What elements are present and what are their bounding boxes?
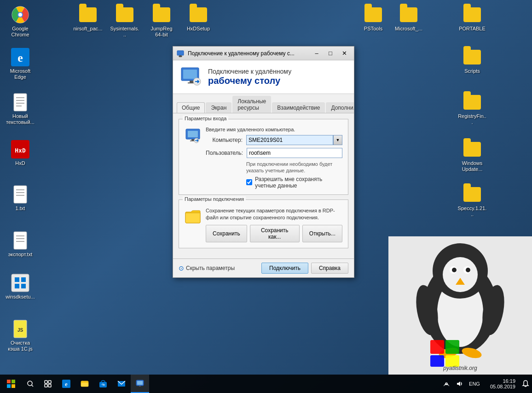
folder-icon — [463, 6, 481, 24]
desktop-icon-jumpreg[interactable]: JumpReg 64-bit — [145, 4, 178, 40]
computer-dropdown-btn[interactable]: ▼ — [333, 135, 342, 145]
svg-rect-79 — [139, 386, 141, 387]
open-button[interactable]: Открыть... — [302, 225, 342, 242]
computer-label: Компьютер: — [206, 137, 243, 143]
desktop-icon-winsdksetup[interactable]: winsdksetu... — [4, 272, 37, 302]
credentials-hint: При подключении необходимо будет указать… — [246, 161, 342, 174]
export-label: экспорт.txt — [8, 252, 33, 258]
desktop-icon-1txt[interactable]: 1.txt — [4, 183, 37, 213]
save-credentials-checkbox[interactable]: Разрешить мне сохранять учетные данные — [246, 176, 342, 189]
sysinternals-label: Sysinternals... — [110, 26, 139, 38]
group-connection: Параметры подключения Сохранение текущих… — [179, 199, 348, 249]
svg-rect-52 — [190, 81, 193, 82]
user-input[interactable] — [247, 148, 342, 158]
svg-rect-44 — [430, 355, 444, 367]
folder-icon — [463, 93, 481, 111]
taskbar-rdp-button[interactable] — [131, 375, 149, 393]
start-button[interactable] — [0, 375, 22, 393]
taskbar-clock[interactable]: 16:19 05.08.2019 — [486, 375, 519, 393]
desktop-icon-portable[interactable]: PORTABLE — [456, 4, 489, 34]
tab-general[interactable]: Общие — [177, 102, 205, 113]
connect-button[interactable]: Подключить — [261, 263, 308, 274]
tab-screen[interactable]: Экран — [206, 102, 231, 113]
conn-desc: Сохранение текущих параметров подключени… — [206, 207, 342, 222]
folder-icon — [189, 6, 208, 24]
computer-row: Компьютер: ▼ — [206, 135, 342, 145]
portable-label: PORTABLE — [459, 26, 486, 32]
svg-rect-56 — [188, 131, 198, 137]
svg-rect-24 — [15, 284, 19, 288]
desktop-icon-microsoft[interactable]: Microsoft_... — [392, 4, 425, 34]
save-checkbox-input[interactable] — [246, 179, 252, 185]
desktop-icon-pstools[interactable]: PSTools — [357, 4, 390, 34]
desktop-icon-clean[interactable]: JS Очистка кэша 1С.js — [4, 318, 37, 354]
desktop-icon-registryfin[interactable]: RegistryFin... — [456, 91, 489, 127]
desktop-icon-windows-update[interactable]: Windows Update... — [456, 138, 489, 174]
svg-rect-49 — [179, 56, 182, 57]
dialog-tabs: Общие Экран Локальные ресурсы Взаимодейс… — [173, 94, 354, 113]
help-button[interactable]: Справка — [311, 263, 348, 274]
volume-icon[interactable] — [453, 375, 465, 393]
clean-label: Очистка кэша 1С.js — [6, 340, 35, 352]
svg-rect-47 — [177, 51, 184, 55]
desktop-icon-hxdsetup[interactable]: HxDSetup — [182, 4, 215, 34]
svg-text:e: e — [17, 51, 23, 65]
svg-rect-23 — [21, 277, 26, 282]
tab-more[interactable]: Дополни... — [326, 102, 354, 113]
svg-rect-63 — [12, 384, 15, 388]
dialog-close-button[interactable]: ✕ — [338, 49, 350, 58]
notification-button[interactable] — [519, 375, 532, 393]
desktop-icon-export[interactable]: экспорт.txt — [4, 229, 37, 259]
svg-rect-66 — [45, 381, 47, 383]
desktop-icon-edge[interactable]: e Microsoft Edge — [4, 46, 37, 82]
taskbar-edge-button[interactable]: e — [57, 375, 75, 393]
folder-rdp-icon — [185, 209, 201, 225]
taskbar-search-button[interactable] — [22, 375, 39, 393]
tab-interaction[interactable]: Взаимодействие — [272, 102, 325, 113]
save-button[interactable]: Сохранить — [206, 225, 247, 242]
svg-point-36 — [466, 268, 470, 272]
svg-rect-69 — [48, 384, 51, 387]
new-text-label: Новый текстовый... — [6, 113, 35, 125]
folder-icon — [463, 185, 481, 204]
desktop-icon-sysinternals[interactable]: Sysinternals... — [108, 4, 141, 40]
folder-icon — [463, 48, 481, 66]
computer-icon — [185, 129, 201, 145]
txt-icon — [11, 231, 29, 250]
dialog-titlebar: Подключение к удаленному рабочему с... –… — [173, 47, 354, 60]
svg-rect-67 — [48, 381, 51, 383]
task-view-button[interactable] — [39, 375, 57, 393]
txt-icon — [11, 185, 29, 204]
clock-time: 16:19 — [503, 378, 515, 384]
taskbar-explorer-button[interactable] — [75, 375, 94, 393]
taskbar-store-button[interactable]: 🛍 — [94, 375, 112, 393]
desktop-icon-nirsoft[interactable]: nirsoft_pac... — [71, 4, 104, 34]
dialog-header-line1: Подключение к удалённому — [208, 68, 291, 75]
dialog-maximize-button[interactable]: □ — [324, 49, 336, 58]
group-connection-title: Параметры подключения — [183, 196, 246, 202]
dialog-title-icon — [177, 50, 184, 57]
hide-params-button[interactable]: ⊙ Скрыть параметры — [179, 264, 235, 272]
hide-params-label: Скрыть параметры — [186, 265, 235, 271]
svg-rect-25 — [21, 284, 26, 288]
desktop-icon-new-text[interactable]: Новый текстовый... — [4, 91, 37, 127]
network-icon[interactable] — [440, 375, 452, 393]
hxdsetup-label: HxDSetup — [187, 26, 210, 32]
taskbar-mail-button[interactable] — [112, 375, 131, 393]
svg-point-3 — [18, 13, 22, 17]
dialog-title-text: Подключение к удаленному рабочему с... — [188, 50, 309, 57]
dialog-minimize-button[interactable]: – — [311, 49, 323, 58]
computer-input[interactable] — [246, 135, 333, 145]
desktop-icon-scripts[interactable]: Scripts — [456, 46, 489, 76]
dialog-header-icon — [180, 66, 202, 88]
desktop-icon-hxd[interactable]: HxD HxD — [4, 138, 37, 168]
pstools-label: PSTools — [364, 26, 382, 32]
dialog-header-text: Подключение к удалённому рабочему столу — [208, 68, 291, 86]
language-indicator[interactable]: ENG — [466, 375, 483, 393]
svg-text:🛍: 🛍 — [102, 383, 105, 386]
taskbar-tray: ENG — [440, 375, 486, 393]
tab-local-resources[interactable]: Локальные ресурсы — [232, 96, 271, 113]
desktop-icon-speccy[interactable]: Speccy.1.21... — [456, 183, 489, 219]
desktop-icon-chrome[interactable]: Google Chrome — [4, 4, 37, 40]
save-as-button[interactable]: Сохранить как... — [250, 225, 300, 242]
